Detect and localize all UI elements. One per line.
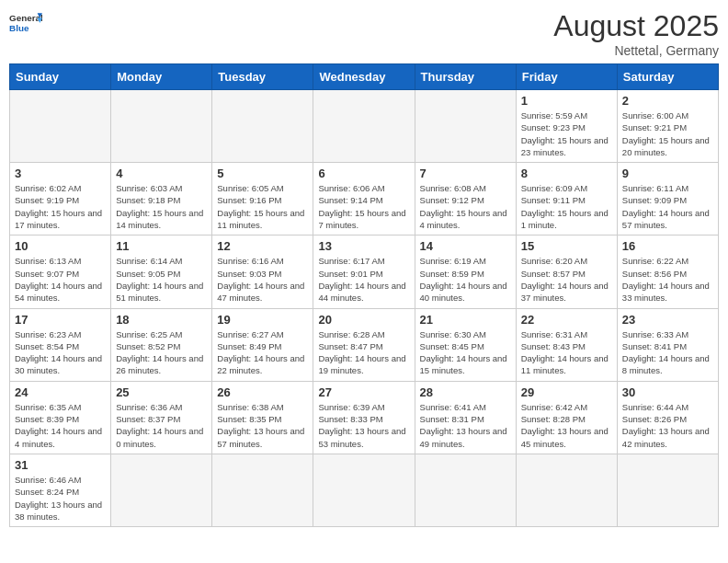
calendar-day-cell [212, 454, 313, 526]
calendar-day-cell: 17Sunrise: 6:23 AM Sunset: 8:54 PM Dayli… [10, 308, 111, 381]
day-info: Sunrise: 6:35 AM Sunset: 8:39 PM Dayligh… [15, 401, 106, 450]
calendar-day-cell: 29Sunrise: 6:42 AM Sunset: 8:28 PM Dayli… [516, 381, 617, 454]
weekday-header-monday: Monday [111, 64, 212, 90]
day-info: Sunrise: 6:05 AM Sunset: 9:16 PM Dayligh… [217, 182, 308, 231]
day-info: Sunrise: 6:19 AM Sunset: 8:59 PM Dayligh… [420, 255, 511, 304]
day-info: Sunrise: 6:11 AM Sunset: 9:09 PM Dayligh… [622, 182, 713, 231]
day-number: 3 [15, 167, 106, 180]
calendar-day-cell: 21Sunrise: 6:30 AM Sunset: 8:45 PM Dayli… [415, 308, 516, 381]
day-number: 15 [521, 239, 612, 253]
day-info: Sunrise: 6:09 AM Sunset: 9:11 PM Dayligh… [521, 182, 612, 231]
calendar-day-cell: 22Sunrise: 6:31 AM Sunset: 8:43 PM Dayli… [516, 308, 617, 381]
calendar-day-cell: 18Sunrise: 6:25 AM Sunset: 8:52 PM Dayli… [111, 308, 212, 381]
calendar-day-cell: 10Sunrise: 6:13 AM Sunset: 9:07 PM Dayli… [10, 236, 111, 308]
calendar-day-cell [313, 90, 415, 163]
calendar-day-cell: 25Sunrise: 6:36 AM Sunset: 8:37 PM Dayli… [111, 381, 212, 454]
day-number: 22 [521, 313, 612, 327]
day-info: Sunrise: 6:41 AM Sunset: 8:31 PM Dayligh… [420, 401, 511, 450]
calendar-day-cell: 13Sunrise: 6:17 AM Sunset: 9:01 PM Dayli… [313, 236, 415, 308]
calendar-day-cell [617, 454, 718, 526]
day-info: Sunrise: 6:46 AM Sunset: 8:24 PM Dayligh… [15, 474, 106, 523]
calendar-day-cell [516, 454, 617, 526]
calendar-day-cell: 12Sunrise: 6:16 AM Sunset: 9:03 PM Dayli… [212, 236, 313, 308]
day-number: 26 [217, 385, 308, 399]
weekday-header-tuesday: Tuesday [212, 64, 313, 90]
day-info: Sunrise: 6:38 AM Sunset: 8:35 PM Dayligh… [217, 401, 308, 450]
day-info: Sunrise: 6:17 AM Sunset: 9:01 PM Dayligh… [318, 255, 409, 304]
calendar-day-cell: 20Sunrise: 6:28 AM Sunset: 8:47 PM Dayli… [313, 308, 415, 381]
day-number: 5 [217, 167, 308, 180]
day-number: 17 [15, 313, 106, 327]
calendar-day-cell: 15Sunrise: 6:20 AM Sunset: 8:57 PM Dayli… [516, 236, 617, 308]
day-info: Sunrise: 6:02 AM Sunset: 9:19 PM Dayligh… [15, 182, 106, 231]
day-number: 31 [15, 458, 106, 472]
day-number: 7 [420, 167, 511, 180]
calendar-week-row: 31Sunrise: 6:46 AM Sunset: 8:24 PM Dayli… [10, 454, 719, 526]
calendar-day-cell: 14Sunrise: 6:19 AM Sunset: 8:59 PM Dayli… [415, 236, 516, 308]
day-info: Sunrise: 6:42 AM Sunset: 8:28 PM Dayligh… [521, 401, 612, 450]
day-info: Sunrise: 6:16 AM Sunset: 9:03 PM Dayligh… [217, 255, 308, 304]
calendar-day-cell [111, 90, 212, 163]
day-info: Sunrise: 6:20 AM Sunset: 8:57 PM Dayligh… [521, 255, 612, 304]
calendar-day-cell: 27Sunrise: 6:39 AM Sunset: 8:33 PM Dayli… [313, 381, 415, 454]
calendar-day-cell [313, 454, 415, 526]
calendar-day-cell: 4Sunrise: 6:03 AM Sunset: 9:18 PM Daylig… [111, 163, 212, 236]
day-info: Sunrise: 6:14 AM Sunset: 9:05 PM Dayligh… [116, 255, 207, 304]
day-info: Sunrise: 5:59 AM Sunset: 9:23 PM Dayligh… [521, 109, 612, 158]
page-header: General Blue August 2025 Nettetal, Germa… [9, 9, 719, 58]
title-block: August 2025 Nettetal, Germany [553, 9, 719, 58]
calendar-table: SundayMondayTuesdayWednesdayThursdayFrid… [9, 63, 719, 527]
day-number: 21 [420, 313, 511, 327]
calendar-day-cell [10, 90, 111, 163]
calendar-week-row: 3Sunrise: 6:02 AM Sunset: 9:19 PM Daylig… [10, 163, 719, 236]
day-info: Sunrise: 6:06 AM Sunset: 9:14 PM Dayligh… [318, 182, 409, 231]
day-number: 25 [116, 385, 207, 399]
day-info: Sunrise: 6:23 AM Sunset: 8:54 PM Dayligh… [15, 328, 106, 377]
day-number: 9 [622, 167, 713, 180]
day-number: 14 [420, 239, 511, 253]
day-info: Sunrise: 6:36 AM Sunset: 8:37 PM Dayligh… [116, 401, 207, 450]
logo: General Blue [9, 9, 42, 37]
day-number: 28 [420, 385, 511, 399]
calendar-day-cell: 26Sunrise: 6:38 AM Sunset: 8:35 PM Dayli… [212, 381, 313, 454]
calendar-day-cell [111, 454, 212, 526]
generalblue-logo-icon: General Blue [9, 9, 42, 37]
day-number: 24 [15, 385, 106, 399]
day-number: 1 [521, 94, 612, 108]
weekday-header-thursday: Thursday [415, 64, 516, 90]
day-info: Sunrise: 6:33 AM Sunset: 8:41 PM Dayligh… [622, 328, 713, 377]
day-number: 23 [622, 313, 713, 327]
day-info: Sunrise: 6:13 AM Sunset: 9:07 PM Dayligh… [15, 255, 106, 304]
day-number: 6 [318, 167, 409, 180]
calendar-day-cell: 24Sunrise: 6:35 AM Sunset: 8:39 PM Dayli… [10, 381, 111, 454]
day-info: Sunrise: 6:27 AM Sunset: 8:49 PM Dayligh… [217, 328, 308, 377]
calendar-day-cell: 30Sunrise: 6:44 AM Sunset: 8:26 PM Dayli… [617, 381, 718, 454]
day-info: Sunrise: 6:22 AM Sunset: 8:56 PM Dayligh… [622, 255, 713, 304]
month-title: August 2025 [553, 9, 719, 43]
day-number: 18 [116, 313, 207, 327]
day-number: 8 [521, 167, 612, 180]
weekday-header-saturday: Saturday [617, 64, 718, 90]
day-number: 4 [116, 167, 207, 180]
day-info: Sunrise: 6:00 AM Sunset: 9:21 PM Dayligh… [622, 109, 713, 158]
svg-text:Blue: Blue [9, 23, 29, 33]
calendar-day-cell [415, 454, 516, 526]
calendar-day-cell: 31Sunrise: 6:46 AM Sunset: 8:24 PM Dayli… [10, 454, 111, 526]
location: Nettetal, Germany [553, 43, 719, 58]
calendar-day-cell: 5Sunrise: 6:05 AM Sunset: 9:16 PM Daylig… [212, 163, 313, 236]
calendar-week-row: 1Sunrise: 5:59 AM Sunset: 9:23 PM Daylig… [10, 90, 719, 163]
day-info: Sunrise: 6:28 AM Sunset: 8:47 PM Dayligh… [318, 328, 409, 377]
weekday-header-wednesday: Wednesday [313, 64, 415, 90]
calendar-day-cell: 3Sunrise: 6:02 AM Sunset: 9:19 PM Daylig… [10, 163, 111, 236]
calendar-day-cell: 28Sunrise: 6:41 AM Sunset: 8:31 PM Dayli… [415, 381, 516, 454]
day-number: 30 [622, 385, 713, 399]
calendar-day-cell: 9Sunrise: 6:11 AM Sunset: 9:09 PM Daylig… [617, 163, 718, 236]
day-number: 11 [116, 239, 207, 253]
day-info: Sunrise: 6:31 AM Sunset: 8:43 PM Dayligh… [521, 328, 612, 377]
calendar-day-cell: 6Sunrise: 6:06 AM Sunset: 9:14 PM Daylig… [313, 163, 415, 236]
calendar-day-cell: 2Sunrise: 6:00 AM Sunset: 9:21 PM Daylig… [617, 90, 718, 163]
day-info: Sunrise: 6:44 AM Sunset: 8:26 PM Dayligh… [622, 401, 713, 450]
calendar-day-cell: 16Sunrise: 6:22 AM Sunset: 8:56 PM Dayli… [617, 236, 718, 308]
day-number: 12 [217, 239, 308, 253]
day-number: 2 [622, 94, 713, 108]
